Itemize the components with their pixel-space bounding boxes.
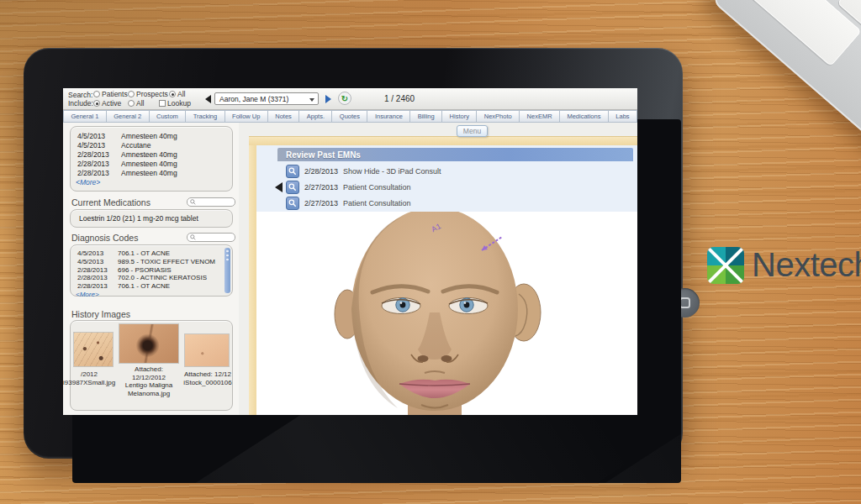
- history-images-label: History Images: [71, 309, 130, 319]
- tab-general-2[interactable]: General 2: [107, 110, 150, 123]
- search-icon: [190, 234, 196, 240]
- tab-appts[interactable]: Appts.: [299, 110, 332, 123]
- nextech-logo-mark-icon: [707, 247, 744, 284]
- history-image-thumbnail[interactable]: [119, 323, 179, 364]
- thumbnail-caption: /2012 i93987XSmall.jpg: [63, 370, 115, 386]
- chevron-down-icon: [309, 98, 314, 102]
- magnifier-icon: [288, 199, 297, 207]
- checkbox-lookup[interactable]: Lookup: [159, 99, 191, 108]
- diagnosis-codes-label: Diagnosis Codes: [71, 233, 138, 243]
- list-item[interactable]: 2/28/2013Amnesteen 40mg: [71, 169, 232, 178]
- consult-image-area: A1: [256, 212, 637, 415]
- radio-all-search[interactable]: All: [169, 90, 185, 98]
- nextech-logo: Nextech: [707, 246, 861, 284]
- scrollbar[interactable]: [224, 248, 230, 293]
- tab-nexphoto[interactable]: NexPhoto: [477, 110, 520, 123]
- checkbox-icon: [159, 100, 166, 107]
- accent-band: [249, 136, 637, 145]
- radio-icon: [128, 100, 135, 107]
- nextech-emr-app: Search: Include: Patients Prospects All …: [63, 88, 637, 415]
- diagnosis-codes-search-input[interactable]: [187, 233, 235, 242]
- tab-labs[interactable]: Labs: [609, 110, 637, 123]
- radio-icon: [93, 91, 100, 97]
- medication-history-list: 4/5/2013Amnesteen 40mg 4/5/2013Accutane …: [70, 126, 233, 192]
- tab-history[interactable]: History: [442, 110, 477, 123]
- list-item[interactable]: 4/5/2013989.5 - TOXIC EFFECT VENOM: [71, 258, 232, 266]
- tab-general-1[interactable]: General 1: [63, 110, 107, 123]
- tab-bar: General 1 General 2 Custom Tracking Foll…: [63, 110, 637, 123]
- thumbnail-caption: Attached: 12/12/2012 Lentigo Maligna Mel…: [116, 365, 182, 397]
- open-emn-button[interactable]: [286, 197, 299, 210]
- radio-active[interactable]: Active: [93, 99, 121, 108]
- emn-row[interactable]: 2/27/2013 Patient Consultation: [256, 196, 637, 212]
- search-label: Search:: [68, 91, 92, 99]
- patient-summary-panel: 4/5/2013Amnesteen 40mg 4/5/2013Accutane …: [63, 123, 239, 415]
- tab-notes[interactable]: Notes: [268, 110, 299, 123]
- thumbnail-caption: Attached: 12/12 iStock_0000106: [181, 370, 235, 386]
- radio-patients[interactable]: Patients: [93, 90, 128, 98]
- radio-prospects[interactable]: Prospects: [128, 90, 168, 98]
- list-item[interactable]: 2/28/2013Amnesteen 40mg: [71, 150, 232, 160]
- search-icon: [190, 199, 196, 205]
- radio-icon: [128, 91, 135, 97]
- more-link[interactable]: <More>: [76, 291, 232, 299]
- tab-insurance[interactable]: Insurance: [367, 110, 410, 123]
- patient-combobox[interactable]: Aaron, Jane M (3371): [214, 92, 319, 105]
- current-medications-label: Current Medications: [71, 197, 151, 207]
- history-tab-content: Menu Review Past EMNs 2/28/2013 Show Hid…: [239, 123, 637, 415]
- tab-nexemr[interactable]: NexEMR: [520, 110, 560, 123]
- tab-quotes[interactable]: Quotes: [332, 110, 367, 123]
- list-item[interactable]: 2/28/2013Amnesteen 40mg: [71, 160, 232, 169]
- open-emn-button[interactable]: [286, 165, 299, 178]
- radio-selected-icon: [93, 100, 100, 107]
- menu-button[interactable]: Menu: [457, 125, 488, 137]
- review-past-emns-header: Review Past EMNs: [277, 148, 633, 161]
- emn-row[interactable]: 2/28/2013 Show Hide - 3D iPad Consult: [256, 164, 637, 180]
- list-item[interactable]: 4/5/2013Amnesteen 40mg: [71, 132, 232, 141]
- history-image-thumbnail[interactable]: [73, 332, 114, 367]
- current-medication-item[interactable]: Loestrin 1/20 (21) 1 mg-20 mcg tablet: [70, 209, 233, 228]
- accent-strip: [249, 145, 256, 415]
- radio-selected-icon: [169, 91, 176, 97]
- diagnosis-codes-list: 4/5/2013706.1 - OT ACNE 4/5/2013989.5 - …: [70, 244, 233, 297]
- list-item[interactable]: 2/28/2013696 - PSORIASIS: [71, 266, 232, 275]
- include-label: Include:: [68, 99, 93, 108]
- list-item[interactable]: 4/5/2013706.1 - OT ACNE: [71, 249, 232, 258]
- tab-medications[interactable]: Medications: [560, 110, 609, 123]
- history-image-thumbnail[interactable]: [184, 333, 230, 367]
- current-medications-search-input[interactable]: [187, 197, 235, 207]
- list-item[interactable]: 2/28/2013706.1 - OT ACNE: [71, 282, 232, 291]
- open-emn-button[interactable]: [286, 181, 299, 194]
- face-3d-image: [324, 212, 546, 415]
- emn-content-area: Review Past EMNs 2/28/2013 Show Hide - 3…: [256, 145, 637, 415]
- selection-marker-icon: [275, 182, 283, 192]
- tab-follow-up[interactable]: Follow Up: [225, 110, 268, 123]
- next-patient-button[interactable]: [325, 95, 331, 103]
- more-link[interactable]: <More>: [76, 178, 232, 187]
- tab-billing[interactable]: Billing: [410, 110, 442, 123]
- tab-tracking[interactable]: Tracking: [186, 110, 224, 123]
- emn-row-selected[interactable]: 2/27/2013 Patient Consultation: [256, 180, 637, 196]
- tab-custom[interactable]: Custom: [150, 110, 187, 123]
- patient-name: Aaron, Jane M (3371): [219, 95, 288, 103]
- search-header-bar: Search: Include: Patients Prospects All …: [63, 88, 637, 110]
- nextech-logo-text: Nextech: [752, 246, 861, 284]
- previous-patient-button[interactable]: [205, 95, 211, 103]
- radio-all-include[interactable]: All: [128, 99, 144, 108]
- record-counter: 1 / 2460: [366, 94, 433, 103]
- magnifier-icon: [288, 183, 297, 192]
- magnifier-icon: [288, 167, 297, 176]
- list-item[interactable]: 4/5/2013Accutane: [71, 141, 232, 150]
- list-item[interactable]: 2/28/2013702.0 - ACTINIC KERATOSIS: [71, 274, 232, 282]
- refresh-icon[interactable]: ↻: [338, 92, 351, 105]
